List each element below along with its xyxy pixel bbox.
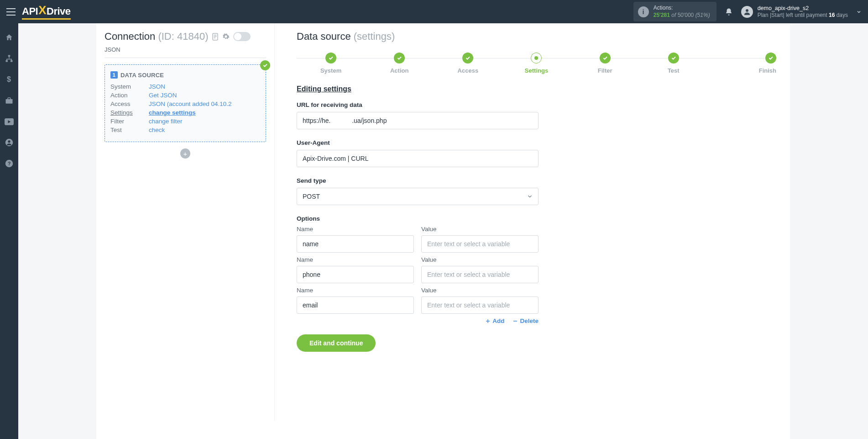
- sidenav: $ ?: [0, 23, 18, 439]
- svg-point-8: [8, 140, 10, 143]
- option-value-input[interactable]: [421, 235, 539, 253]
- logo[interactable]: APIXDrive: [22, 4, 71, 20]
- option-value-label: Value: [421, 226, 539, 233]
- nav-home-icon[interactable]: [4, 32, 14, 42]
- step-system[interactable]: System: [297, 53, 365, 74]
- nav-briefcase-icon[interactable]: [4, 95, 14, 106]
- connection-subtitle: JSON: [105, 46, 266, 58]
- option-name-input[interactable]: [297, 266, 414, 283]
- useragent-input[interactable]: [297, 150, 539, 167]
- user-menu[interactable]: demo_apix-drive_s2 Plan |Start| left unt…: [741, 5, 862, 19]
- svg-rect-2: [6, 60, 8, 62]
- sendtype-label: Send type: [297, 177, 539, 184]
- svg-text:$: $: [7, 75, 11, 83]
- ds-system-link[interactable]: JSON: [149, 83, 260, 90]
- option-name-label: Name: [297, 287, 414, 294]
- step-filter[interactable]: Filter: [571, 53, 639, 74]
- step-finish[interactable]: Finish: [708, 53, 776, 74]
- data-source-card: 1 DATA SOURCE System JSON Action Get JSO…: [105, 64, 266, 142]
- nav-dollar-icon[interactable]: $: [4, 74, 14, 85]
- ds-filter-link[interactable]: change filter: [149, 118, 260, 125]
- ds-badge: 1: [110, 71, 118, 79]
- option-name-label: Name: [297, 226, 414, 233]
- option-name-label: Name: [297, 256, 414, 263]
- bell-icon[interactable]: [725, 7, 733, 16]
- actions-label: Actions:: [654, 5, 710, 12]
- connection-title: Connection (ID: 41840): [105, 31, 208, 42]
- options-heading: Options: [297, 215, 539, 222]
- option-row: Name Value: [297, 287, 539, 314]
- option-row: Name Value: [297, 226, 539, 253]
- menu-toggle[interactable]: [6, 8, 16, 16]
- step-test[interactable]: Test: [639, 53, 708, 74]
- url-label: URL for receiving data: [297, 101, 539, 108]
- option-value-label: Value: [421, 256, 539, 263]
- step-access[interactable]: Access: [434, 53, 502, 74]
- ds-test-label: Test: [110, 127, 149, 133]
- user-name: demo_apix-drive_s2: [758, 5, 848, 12]
- actions-count: 25'281: [654, 12, 670, 18]
- connection-toggle[interactable]: [233, 32, 251, 41]
- step-action[interactable]: Action: [365, 53, 434, 74]
- option-value-input[interactable]: [421, 296, 539, 314]
- add-option-button[interactable]: Add: [485, 317, 504, 324]
- sendtype-select[interactable]: [297, 188, 539, 205]
- ds-system-label: System: [110, 83, 149, 90]
- avatar-icon: [741, 6, 753, 18]
- chevron-down-icon: [856, 9, 862, 15]
- option-value-label: Value: [421, 287, 539, 294]
- svg-point-0: [746, 9, 748, 12]
- option-name-input[interactable]: [297, 296, 414, 314]
- ds-test-link[interactable]: check: [149, 127, 260, 133]
- delete-option-button[interactable]: Delete: [512, 317, 539, 324]
- nav-user-icon[interactable]: [4, 138, 14, 148]
- check-icon: [260, 60, 270, 70]
- step-settings[interactable]: Settings: [502, 53, 570, 74]
- stepper: System Action Access Settings: [297, 53, 776, 74]
- gear-icon[interactable]: [222, 33, 230, 40]
- add-step-button[interactable]: +: [180, 148, 190, 159]
- ds-action-label: Action: [110, 92, 149, 99]
- user-plan: Plan |Start| left until payment 16 days: [758, 12, 848, 19]
- svg-rect-3: [10, 60, 13, 62]
- option-value-input[interactable]: [421, 266, 539, 283]
- ds-action-link[interactable]: Get JSON: [149, 92, 260, 99]
- ds-access-link[interactable]: JSON (account added 04.10.2: [149, 100, 260, 107]
- useragent-label: User-Agent: [297, 139, 539, 146]
- ds-settings-link[interactable]: change settings: [149, 109, 260, 116]
- ds-access-label: Access: [110, 100, 149, 107]
- svg-rect-5: [6, 99, 13, 104]
- actions-counter[interactable]: i Actions: 25'281 of 50'000 (51%): [633, 2, 716, 21]
- url-input[interactable]: [297, 112, 539, 129]
- section-heading: Editing settings: [297, 85, 776, 93]
- ds-title-text: DATA SOURCE: [120, 72, 164, 79]
- option-row: Name Value: [297, 256, 539, 283]
- nav-help-icon[interactable]: ?: [4, 159, 14, 169]
- ds-settings-label: Settings: [110, 109, 149, 116]
- page-title: Data source (settings): [297, 31, 776, 42]
- edit-continue-button[interactable]: Edit and continue: [297, 334, 376, 352]
- nav-sitemap-icon[interactable]: [4, 53, 14, 63]
- info-icon: i: [638, 6, 649, 17]
- ds-filter-label: Filter: [110, 118, 149, 125]
- svg-text:?: ?: [8, 161, 10, 166]
- topbar: APIXDrive i Actions: 25'281 of 50'000 (5…: [0, 0, 868, 23]
- svg-rect-1: [8, 55, 10, 57]
- option-name-input[interactable]: [297, 235, 414, 253]
- nav-youtube-icon[interactable]: [4, 116, 14, 127]
- doc-icon[interactable]: [212, 33, 219, 41]
